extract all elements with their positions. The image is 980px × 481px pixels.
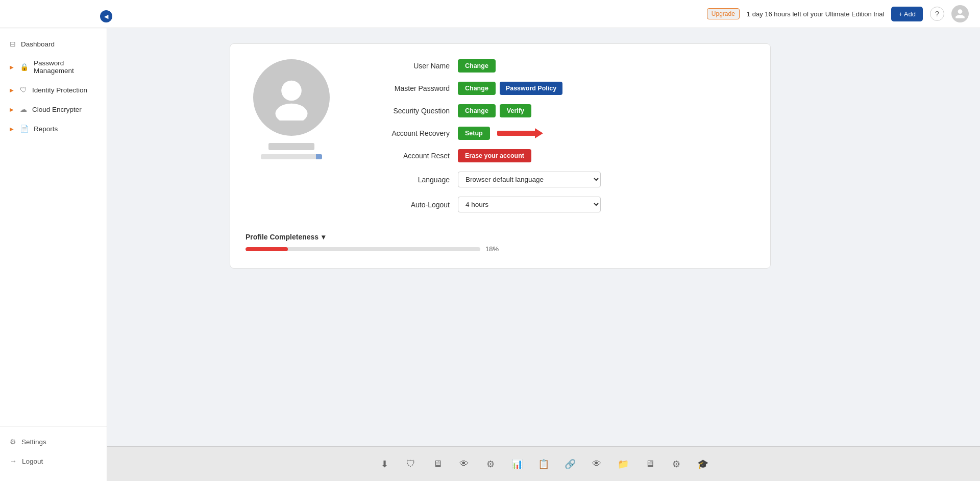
cloud-icon: ☁	[20, 105, 27, 113]
profile-completeness-header[interactable]: Profile Completeness ▾	[246, 233, 750, 241]
completeness-percentage: 18%	[485, 245, 499, 253]
main-content: User Name Change Master Password Change …	[214, 28, 980, 481]
user-avatar-svg	[268, 75, 314, 121]
profile-completeness-label: Profile Completeness	[246, 233, 318, 241]
account-recovery-row: Account Recovery Setup	[368, 127, 750, 140]
security-question-controls: Change Verify	[458, 104, 531, 117]
username-change-button[interactable]: Change	[458, 59, 496, 73]
security-question-label: Security Question	[368, 107, 450, 115]
sidebar-bottom: ⚙ Settings → Logout	[0, 426, 107, 481]
shield-icon: 🛡	[20, 86, 27, 94]
profile-card: User Name Change Master Password Change …	[230, 43, 771, 269]
toolbar-search-icon[interactable]: 👁	[588, 455, 605, 473]
erase-account-button[interactable]: Erase your account	[458, 149, 531, 162]
sidebar-collapse-button[interactable]: ◀	[100, 10, 112, 22]
avatar-name-placeholder	[268, 143, 314, 150]
arrow-icon-3: ▶	[10, 107, 14, 112]
language-row: Language Browser default language Englis…	[368, 172, 750, 187]
account-reset-label: Account Reset	[368, 152, 450, 160]
master-password-label: Master Password	[368, 84, 450, 92]
master-password-change-button[interactable]: Change	[458, 82, 496, 95]
username-label: User Name	[368, 62, 450, 70]
sidebar-item-identity-protection[interactable]: ▶ 🛡 Identity Protection	[0, 80, 107, 100]
sidebar-item-password-management[interactable]: ▶ 🔒 Password Management	[0, 54, 107, 80]
upgrade-button[interactable]: Upgrade	[707, 8, 740, 19]
red-arrow-indicator	[497, 128, 548, 138]
avatar-sub-placeholder	[261, 154, 322, 159]
nav-items: ⊟ Dashboard ▶ 🔒 Password Management ▶ 🛡 …	[0, 29, 107, 426]
reports-icon: 📄	[20, 125, 29, 133]
sidebar-label-dashboard: Dashboard	[21, 40, 55, 48]
chevron-down-icon: ▾	[322, 233, 325, 241]
security-question-change-button[interactable]: Change	[458, 104, 496, 117]
trial-text: 1 day 16 hours left of your Ultimate Edi…	[747, 10, 885, 18]
arrow-annotation	[497, 128, 548, 138]
toolbar-grad-icon[interactable]: 🎓	[694, 455, 712, 473]
dashboard-icon: ⊟	[10, 40, 16, 48]
password-policy-button[interactable]: Password Policy	[500, 82, 562, 95]
toolbar-monitor-icon[interactable]: 🖥	[641, 455, 658, 473]
account-reset-row: Account Reset Erase your account	[368, 149, 750, 162]
auto-logout-row: Auto-Logout 4 hours 1 hour 2 hours 8 hou…	[368, 197, 750, 212]
sidebar-label-identity-protection: Identity Protection	[32, 86, 87, 94]
avatar-image	[253, 59, 330, 136]
master-password-row: Master Password Change Password Policy	[368, 82, 750, 95]
toolbar-clipboard-icon[interactable]: 📋	[535, 455, 552, 473]
settings-section: User Name Change Master Password Change …	[368, 59, 750, 222]
toolbar-link-icon[interactable]: 🔗	[561, 455, 579, 473]
toolbar-chart-icon[interactable]: 📊	[508, 455, 526, 473]
toolbar-shield-icon[interactable]: 🛡	[402, 455, 420, 473]
account-recovery-setup-button[interactable]: Setup	[458, 127, 490, 140]
profile-completeness-section: Profile Completeness ▾ 18%	[246, 233, 750, 253]
sidebar-item-cloud-encrypter[interactable]: ▶ ☁ Cloud Encrypter	[0, 100, 107, 119]
sidebar-item-settings[interactable]: ⚙ Settings	[0, 432, 107, 451]
completeness-bar-background	[246, 247, 480, 251]
sidebar-label-reports: Reports	[34, 125, 58, 133]
logout-icon: →	[10, 457, 17, 465]
account-recovery-controls: Setup	[458, 127, 548, 140]
arrow-icon: ▶	[10, 64, 14, 70]
lock-icon: 🔒	[20, 63, 29, 71]
sidebar-label-logout: Logout	[22, 458, 43, 465]
add-button[interactable]: + Add	[891, 7, 923, 21]
toolbar-settings-icon[interactable]: ⚙	[482, 455, 499, 473]
sidebar-label-cloud-encrypter: Cloud Encrypter	[32, 106, 82, 113]
header: Upgrade 1 day 16 hours left of your Ulti…	[0, 0, 980, 28]
toolbar-folder-icon[interactable]: 📁	[615, 455, 632, 473]
username-controls: Change	[458, 59, 496, 73]
language-select[interactable]: Browser default language English Spanish…	[458, 172, 601, 187]
security-question-row: Security Question Change Verify	[368, 104, 750, 117]
username-row: User Name Change	[368, 59, 750, 73]
sidebar-item-logout[interactable]: → Logout	[0, 451, 107, 471]
account-recovery-label: Account Recovery	[368, 129, 450, 137]
avatar-section	[246, 59, 337, 159]
arrow-icon-2: ▶	[10, 87, 14, 93]
svg-point-1	[276, 104, 308, 121]
language-label: Language	[368, 176, 450, 184]
sidebar-label-settings: Settings	[21, 438, 46, 446]
profile-top: User Name Change Master Password Change …	[246, 59, 750, 222]
bottom-toolbar: ⬇ 🛡 🖥 👁 ⚙ 📊 📋 🔗 👁 📁 🖥 ⚙ 🎓	[107, 446, 980, 481]
auto-logout-select[interactable]: 4 hours 1 hour 2 hours 8 hours Never	[458, 197, 601, 212]
sidebar: LogMeOnce PasswordLess & Smarter Identit…	[0, 0, 107, 481]
settings-icon: ⚙	[10, 438, 16, 446]
completeness-bar-wrap: 18%	[246, 245, 750, 253]
auto-logout-controls: 4 hours 1 hour 2 hours 8 hours Never	[458, 197, 601, 212]
sidebar-item-reports[interactable]: ▶ 📄 Reports	[0, 119, 107, 138]
account-reset-controls: Erase your account	[458, 149, 531, 162]
toolbar-gear-icon[interactable]: ⚙	[668, 455, 685, 473]
toolbar-download-icon[interactable]: ⬇	[376, 455, 393, 473]
completeness-bar-fill	[246, 247, 288, 251]
avatar-button[interactable]	[951, 5, 969, 22]
svg-point-0	[281, 81, 302, 101]
sidebar-item-dashboard[interactable]: ⊟ Dashboard	[0, 34, 107, 54]
security-question-verify-button[interactable]: Verify	[500, 104, 531, 117]
language-controls: Browser default language English Spanish…	[458, 172, 601, 187]
auto-logout-label: Auto-Logout	[368, 201, 450, 209]
arrow-icon-4: ▶	[10, 126, 14, 132]
help-button[interactable]: ?	[930, 7, 944, 21]
master-password-controls: Change Password Policy	[458, 82, 562, 95]
toolbar-eye-icon[interactable]: 👁	[455, 455, 473, 473]
toolbar-desktop-icon[interactable]: 🖥	[429, 455, 446, 473]
sidebar-label-password-management: Password Management	[34, 59, 99, 75]
